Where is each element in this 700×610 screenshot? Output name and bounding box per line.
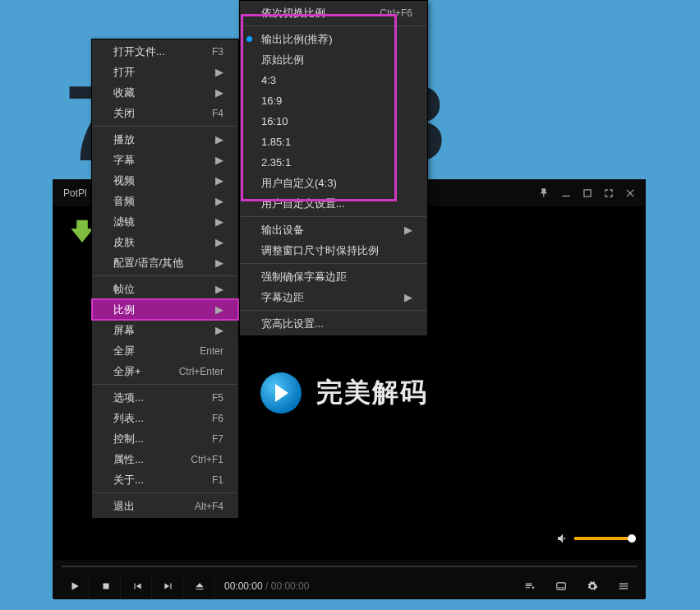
main-menu-label: 打开文件...: [113, 44, 165, 59]
ratio-menu-label: 16:9: [261, 95, 282, 107]
main-menu-label: 选项...: [113, 390, 144, 405]
main-menu-item[interactable]: 皮肤▶: [92, 232, 238, 252]
close-icon[interactable]: [620, 183, 640, 203]
main-menu-item[interactable]: 屏幕▶: [92, 320, 238, 340]
progress-bar[interactable]: [53, 560, 645, 573]
submenu-arrow-icon: ▶: [215, 256, 223, 269]
main-menu-item[interactable]: 打开文件...F3: [92, 41, 238, 62]
ratio-menu-item[interactable]: 用户自定义设置...: [240, 193, 427, 214]
ratio-menu-item[interactable]: 2.35:1: [240, 152, 427, 173]
main-menu-item[interactable]: 打开▶: [92, 62, 238, 82]
main-menu-item[interactable]: 音频▶: [92, 191, 238, 211]
ratio-menu-label: 强制确保字幕边距: [261, 270, 347, 284]
stop-button[interactable]: [91, 574, 121, 598]
main-menu-item[interactable]: 配置/语言/其他▶: [92, 252, 238, 273]
svg-rect-6: [562, 587, 564, 588]
svg-rect-0: [562, 196, 569, 196]
volume-control[interactable]: [556, 532, 632, 545]
main-menu-item[interactable]: 选项...F5: [92, 387, 238, 408]
pin-icon[interactable]: [535, 183, 555, 203]
menu-button[interactable]: [609, 574, 638, 598]
ratio-menu-item[interactable]: 输出设备▶: [240, 220, 427, 240]
context-menu-main: 打开文件...F3打开▶收藏▶关闭F4播放▶字幕▶视频▶音频▶滤镜▶皮肤▶配置/…: [91, 39, 239, 519]
submenu-arrow-icon: ▶: [404, 224, 412, 236]
logo-play-icon: [260, 372, 302, 414]
subtitle-button[interactable]: [546, 574, 576, 598]
main-menu-label: 打开: [113, 65, 135, 80]
main-menu-item[interactable]: 列表...F6: [92, 408, 238, 428]
time-total: 00:00:00: [271, 580, 310, 592]
fullscreen-icon[interactable]: [599, 183, 619, 203]
svg-rect-4: [557, 583, 566, 589]
main-menu-item[interactable]: 播放▶: [92, 129, 238, 150]
main-menu-item[interactable]: 属性...Ctrl+F1: [92, 449, 238, 469]
ratio-menu-item[interactable]: 调整窗口尺寸时保持比例: [240, 240, 427, 261]
main-menu-item[interactable]: 视频▶: [92, 170, 238, 191]
minimize-icon[interactable]: [556, 183, 576, 203]
ratio-menu-item[interactable]: 1.85:1: [240, 132, 427, 152]
shortcut-text: Ctrl+Enter: [179, 366, 223, 377]
ratio-menu-label: 调整窗口尺寸时保持比例: [261, 243, 379, 258]
main-menu-label: 视频: [113, 173, 135, 188]
ratio-menu-item[interactable]: 依次切换比例Ctrl+F6: [240, 2, 427, 23]
ratio-menu-item[interactable]: 宽高比设置...: [240, 313, 427, 334]
prev-button[interactable]: [122, 574, 152, 598]
main-menu-item[interactable]: 字幕▶: [92, 150, 238, 170]
window-controls: [535, 183, 640, 203]
main-menu-item[interactable]: 滤镜▶: [92, 211, 238, 232]
playlist-button[interactable]: [515, 574, 545, 598]
ratio-menu-item[interactable]: 用户自定义(4:3): [240, 173, 427, 193]
eject-button[interactable]: [185, 574, 214, 598]
main-menu-item[interactable]: 退出Alt+F4: [92, 496, 238, 516]
main-menu-label: 列表...: [113, 411, 144, 426]
main-menu-label: 播放: [113, 132, 135, 147]
play-button[interactable]: [60, 574, 90, 598]
main-menu-label: 属性...: [113, 452, 144, 467]
ratio-menu-label: 宽高比设置...: [261, 317, 324, 331]
ratio-menu-item[interactable]: 16:9: [240, 90, 427, 111]
main-menu-item[interactable]: 收藏▶: [92, 82, 238, 103]
shortcut-text: F1: [212, 474, 223, 486]
ratio-menu-item[interactable]: 4:3: [240, 70, 427, 90]
shortcut-text: Alt+F4: [195, 501, 223, 512]
next-button[interactable]: [154, 574, 183, 598]
svg-marker-2: [71, 220, 93, 243]
shortcut-text: F5: [212, 392, 223, 404]
submenu-arrow-icon: ▶: [215, 324, 223, 336]
ratio-menu-separator: [241, 263, 426, 264]
ratio-menu-item[interactable]: 字幕边距▶: [240, 287, 427, 307]
ratio-menu-item[interactable]: 16:10: [240, 111, 427, 132]
submenu-arrow-icon: ▶: [215, 86, 223, 99]
submenu-arrow-icon: ▶: [215, 195, 223, 207]
submenu-arrow-icon: ▶: [215, 283, 223, 295]
svg-rect-5: [559, 587, 561, 588]
main-menu-item[interactable]: 帧位▶: [92, 279, 238, 299]
ratio-menu-separator: [241, 310, 426, 311]
main-menu-label: 字幕: [113, 153, 135, 168]
submenu-arrow-icon: ▶: [215, 133, 223, 146]
context-menu-ratio: 依次切换比例Ctrl+F6输出比例(推荐)原始比例4:316:916:101.8…: [239, 0, 428, 336]
shortcut-text: F3: [212, 46, 223, 58]
volume-icon[interactable]: [556, 532, 569, 545]
main-menu-item[interactable]: 控制...F7: [92, 428, 238, 449]
main-menu-item[interactable]: 全屏Enter: [92, 340, 238, 361]
main-menu-item[interactable]: 比例▶: [92, 299, 238, 320]
main-menu-label: 音频: [113, 194, 135, 209]
ratio-menu-item[interactable]: 强制确保字幕边距: [240, 266, 427, 287]
ratio-menu-separator: [241, 25, 426, 26]
svg-rect-3: [103, 584, 108, 589]
ratio-menu-item[interactable]: 原始比例: [240, 49, 427, 70]
maximize-icon[interactable]: [578, 183, 597, 203]
submenu-arrow-icon: ▶: [215, 303, 223, 316]
main-menu-label: 配置/语言/其他: [113, 256, 183, 270]
shortcut-text: Ctrl+F1: [191, 454, 223, 465]
settings-button[interactable]: [578, 574, 607, 598]
ratio-menu-item[interactable]: 输出比例(推荐): [240, 29, 427, 49]
time-current: 00:00:00: [224, 580, 263, 592]
main-menu-item[interactable]: 关闭F4: [92, 103, 238, 123]
main-menu-separator: [93, 275, 237, 276]
main-menu-item[interactable]: 全屏+Ctrl+Enter: [92, 361, 238, 381]
window-title: PotPl: [58, 187, 87, 199]
volume-slider[interactable]: [574, 537, 632, 540]
main-menu-item[interactable]: 关于...F1: [92, 469, 238, 490]
